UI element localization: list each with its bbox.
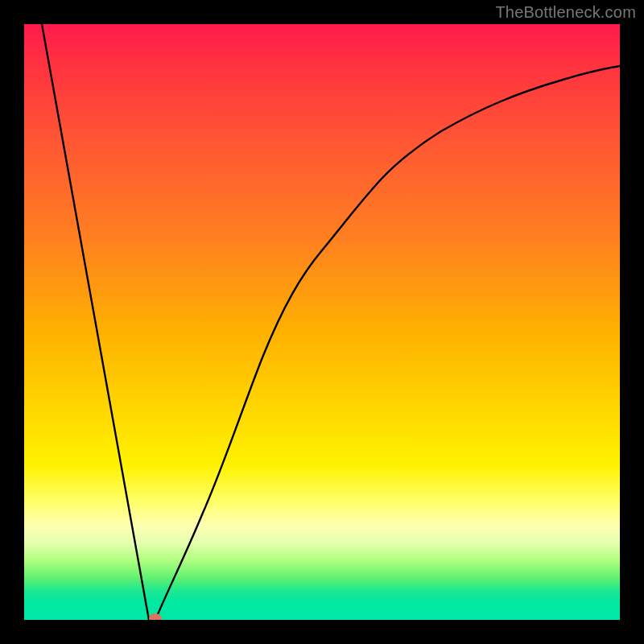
curve-left — [42, 24, 149, 620]
watermark: TheBottleneck.com — [495, 3, 636, 22]
curve-svg — [24, 24, 620, 620]
marker-dot — [149, 613, 162, 620]
curve-right — [155, 66, 620, 620]
plot-area — [24, 24, 620, 620]
chart-frame: TheBottleneck.com — [0, 0, 644, 644]
